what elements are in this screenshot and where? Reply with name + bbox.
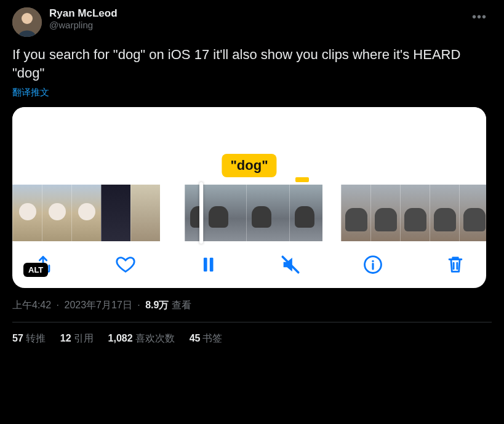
info-icon[interactable] — [362, 254, 384, 276]
video-timeline[interactable] — [12, 185, 486, 241]
retweets-stat[interactable]: 57转推 — [12, 332, 46, 345]
thumbnail — [12, 185, 42, 241]
quotes-count: 12 — [60, 333, 71, 343]
views-count[interactable]: 8.9万 — [145, 300, 169, 310]
retweets-label: 转推 — [26, 333, 46, 343]
thumbnail — [459, 185, 486, 241]
mute-icon[interactable] — [279, 254, 302, 276]
timeline-gap — [160, 185, 185, 241]
bookmarks-stat[interactable]: 45书签 — [190, 332, 223, 345]
tweet-meta: 上午4:42 · 2023年7月17日 · 8.9万 查看 — [12, 299, 492, 312]
trash-icon[interactable] — [444, 254, 466, 276]
thumbnail — [71, 185, 101, 241]
playhead[interactable] — [199, 182, 203, 244]
bookmarks-label: 书签 — [202, 333, 222, 343]
date[interactable]: 2023年7月17日 — [65, 300, 132, 310]
separator: · — [137, 300, 140, 310]
svg-point-1 — [22, 13, 33, 24]
thumbnail — [42, 185, 71, 241]
separator: · — [57, 300, 59, 310]
heart-icon[interactable] — [114, 254, 137, 276]
likes-count: 1,082 — [108, 333, 133, 343]
time[interactable]: 上午4:42 — [12, 300, 51, 310]
svg-rect-2 — [204, 258, 207, 272]
clip-group-3[interactable] — [341, 185, 486, 241]
likes-stat[interactable]: 1,082喜欢次数 — [108, 332, 175, 345]
media-whitespace: "dog" — [12, 107, 486, 185]
quotes-label: 引用 — [74, 333, 94, 343]
views-label: 查看 — [172, 300, 191, 310]
translate-link[interactable]: 翻译推文 — [12, 87, 492, 98]
tweet-stats: 57转推 12引用 1,082喜欢次数 45书签 — [12, 332, 492, 345]
author-names: Ryan McLeod @warpling — [49, 7, 118, 30]
more-icon[interactable]: ••• — [467, 7, 492, 26]
thumbnail — [246, 185, 289, 241]
clip-group-1[interactable] — [12, 185, 160, 241]
display-name[interactable]: Ryan McLeod — [49, 7, 118, 20]
svg-point-6 — [372, 260, 374, 262]
svg-rect-3 — [210, 258, 214, 272]
media-card[interactable]: "dog" — [12, 107, 486, 288]
pause-icon[interactable] — [197, 254, 219, 276]
tweet-text: If you search for "dog" on iOS 17 it'll … — [12, 46, 492, 82]
alt-badge[interactable]: ALT — [23, 263, 48, 277]
handle[interactable]: @warpling — [49, 20, 118, 30]
thumbnail — [185, 185, 199, 241]
thumbnail — [370, 185, 400, 241]
thumbnail — [203, 185, 246, 241]
clip-group-2[interactable] — [185, 185, 322, 241]
search-bubble: "dog" — [222, 154, 276, 177]
thumbnail — [430, 185, 459, 241]
divider — [12, 322, 492, 322]
timeline-gap — [322, 185, 341, 241]
thumbnail — [341, 185, 370, 241]
media-toolbar — [12, 241, 486, 284]
tweet-header: Ryan McLeod @warpling ••• — [12, 7, 492, 37]
bookmarks-count: 45 — [190, 333, 201, 343]
search-marker — [295, 177, 309, 182]
likes-label: 喜欢次数 — [135, 333, 175, 343]
quotes-stat[interactable]: 12引用 — [60, 332, 94, 345]
thumbnail — [400, 185, 430, 241]
tweet-container: Ryan McLeod @warpling ••• If you search … — [0, 0, 504, 353]
thumbnail — [101, 185, 130, 241]
thumbnail — [289, 185, 322, 241]
retweets-count: 57 — [12, 333, 23, 343]
thumbnail — [130, 185, 160, 241]
avatar[interactable] — [12, 7, 42, 37]
